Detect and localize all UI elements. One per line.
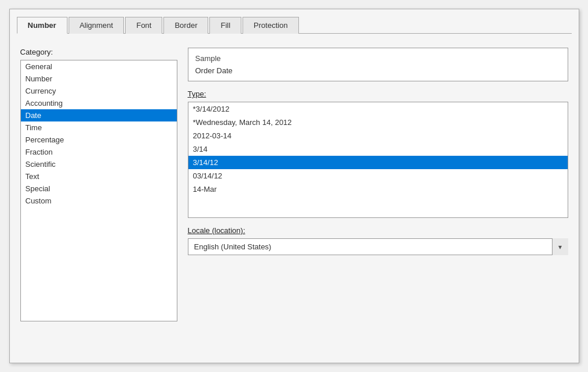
category-item-currency[interactable]: Currency <box>21 85 177 97</box>
format-cells-dialog: NumberAlignmentFontBorderFillProtection … <box>9 9 579 363</box>
type-item-t2[interactable]: *Wednesday, March 14, 2012 <box>188 116 568 129</box>
category-item-custom[interactable]: Custom <box>21 195 177 207</box>
category-item-general[interactable]: General <box>21 60 177 73</box>
category-item-date[interactable]: Date <box>21 109 177 121</box>
tab-alignment[interactable]: Alignment <box>69 17 124 34</box>
category-item-time[interactable]: Time <box>21 121 177 134</box>
type-label: Type: <box>188 90 568 98</box>
type-item-t5[interactable]: 3/14/12 <box>188 156 568 169</box>
sample-box: Sample Order Date <box>188 48 568 81</box>
category-item-accounting[interactable]: Accounting <box>21 97 177 109</box>
type-item-t4[interactable]: 3/14 <box>188 142 568 156</box>
category-item-fraction[interactable]: Fraction <box>21 146 177 158</box>
category-item-text[interactable]: Text <box>21 170 177 183</box>
category-label: Category: <box>20 48 177 56</box>
locale-select-wrapper: English (United States)English (United K… <box>188 238 568 255</box>
locale-label: Locale (location): <box>188 226 568 235</box>
sample-value: Order Date <box>195 66 233 75</box>
locale-label-text: Locale (location): <box>188 226 245 235</box>
type-item-t7[interactable]: 14-Mar <box>188 183 568 196</box>
tab-border[interactable]: Border <box>163 17 208 34</box>
type-item-t1[interactable]: *3/14/2012 <box>188 102 568 116</box>
tab-fill[interactable]: Fill <box>209 17 241 34</box>
tab-bar: NumberAlignmentFontBorderFillProtection <box>17 16 572 34</box>
tab-font[interactable]: Font <box>125 17 162 34</box>
tab-protection[interactable]: Protection <box>243 17 299 34</box>
locale-select[interactable]: English (United States)English (United K… <box>188 238 568 255</box>
sample-label: Sample <box>195 54 561 63</box>
right-panel: Sample Order Date Type: *3/14/2012*Wedne… <box>188 48 568 321</box>
category-item-special[interactable]: Special <box>21 183 177 195</box>
type-list[interactable]: *3/14/2012*Wednesday, March 14, 20122012… <box>188 102 568 218</box>
type-label-text: Type: <box>188 90 206 98</box>
category-list[interactable]: GeneralNumberCurrencyAccountingDateTimeP… <box>20 60 177 321</box>
category-item-number[interactable]: Number <box>21 73 177 85</box>
type-item-t6[interactable]: 03/14/12 <box>188 169 568 183</box>
category-item-scientific[interactable]: Scientific <box>21 158 177 170</box>
type-item-t3[interactable]: 2012-03-14 <box>188 129 568 142</box>
category-item-percentage[interactable]: Percentage <box>21 134 177 146</box>
left-panel: Category: GeneralNumberCurrencyAccountin… <box>20 48 177 321</box>
tab-number[interactable]: Number <box>17 17 67 34</box>
content-area: Category: GeneralNumberCurrencyAccountin… <box>17 42 572 327</box>
